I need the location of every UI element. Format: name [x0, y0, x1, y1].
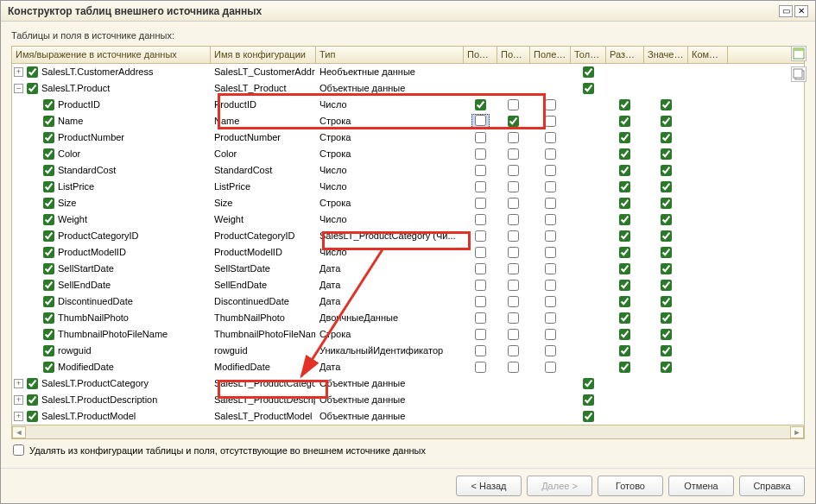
row-checkbox[interactable] [43, 280, 54, 291]
readonly-checkbox[interactable] [583, 378, 594, 389]
allow-checkbox[interactable] [619, 263, 630, 274]
collapse-icon[interactable]: – [14, 84, 23, 93]
table-row[interactable]: +SalesLT.CustomerAddressSalesLT_Customer… [12, 64, 804, 80]
presv-checkbox[interactable] [545, 165, 556, 176]
readonly-checkbox[interactable] [583, 411, 594, 422]
presv-checkbox[interactable] [545, 148, 556, 160]
presv-checkbox[interactable] [545, 312, 556, 324]
table-row[interactable]: –SalesLT.ProductSalesLT_ProductОбъектные… [12, 80, 804, 97]
expand-icon[interactable]: + [14, 412, 23, 421]
allow-checkbox[interactable] [619, 165, 630, 176]
table-row[interactable]: +SalesLT.ProductModelSalesLT_ProductMode… [12, 408, 804, 425]
th-fill[interactable]: Значени... [644, 47, 688, 63]
allow-checkbox[interactable] [619, 99, 630, 110]
pres-checkbox[interactable] [508, 230, 519, 242]
pres-checkbox[interactable] [508, 99, 519, 110]
fill-checkbox[interactable] [661, 198, 672, 209]
fill-checkbox[interactable] [661, 345, 672, 356]
key-checkbox[interactable] [475, 115, 486, 126]
copy-table-icon[interactable] [791, 66, 807, 82]
pres-checkbox[interactable] [508, 116, 519, 127]
allow-checkbox[interactable] [619, 345, 630, 356]
back-button[interactable]: < Назад [456, 476, 522, 496]
pres-checkbox[interactable] [508, 165, 519, 176]
key-checkbox[interactable] [475, 181, 486, 192]
scroll-right-icon[interactable]: ► [790, 426, 804, 438]
expand-icon[interactable]: + [14, 67, 23, 77]
row-checkbox[interactable] [43, 165, 54, 176]
allow-checkbox[interactable] [619, 312, 630, 324]
th-key[interactable]: Поле ... [464, 47, 497, 63]
pres-checkbox[interactable] [508, 263, 519, 274]
table-row[interactable]: rowguidrowguidУникальныйИдентификатор [12, 343, 804, 359]
key-checkbox[interactable] [475, 280, 486, 291]
pres-checkbox[interactable] [508, 329, 519, 340]
fill-checkbox[interactable] [661, 148, 672, 160]
th-type[interactable]: Тип [316, 47, 464, 63]
fill-checkbox[interactable] [661, 230, 672, 242]
allow-checkbox[interactable] [619, 247, 630, 258]
th-allow[interactable]: Разре... [606, 47, 644, 63]
presv-checkbox[interactable] [545, 329, 556, 340]
allow-checkbox[interactable] [619, 132, 630, 143]
th-pres[interactable]: Поле... [497, 47, 530, 63]
fill-checkbox[interactable] [661, 116, 672, 127]
key-checkbox[interactable] [475, 345, 486, 356]
row-checkbox[interactable] [43, 345, 54, 356]
table-row[interactable]: SellStartDateSellStartDateДата [12, 261, 804, 277]
row-checkbox[interactable] [43, 263, 54, 274]
key-checkbox[interactable] [475, 247, 486, 258]
presv-checkbox[interactable] [545, 345, 556, 356]
presv-checkbox[interactable] [545, 99, 556, 110]
table-row[interactable]: +SalesLT.ProductDescriptionSalesLT_Produ… [12, 392, 804, 408]
row-checkbox[interactable] [43, 230, 54, 242]
add-table-icon[interactable] [791, 46, 807, 61]
pres-checkbox[interactable] [508, 181, 519, 192]
row-checkbox[interactable] [43, 329, 54, 340]
allow-checkbox[interactable] [619, 230, 630, 242]
table-row[interactable]: ProductModelIDProductModelIDЧисло [12, 244, 804, 261]
key-checkbox[interactable] [475, 198, 486, 209]
fill-checkbox[interactable] [661, 296, 672, 307]
th-name[interactable]: Имя/выражение в источнике данных [12, 47, 211, 63]
help-button[interactable]: Справка [739, 476, 805, 496]
pres-checkbox[interactable] [508, 214, 519, 225]
fill-checkbox[interactable] [661, 329, 672, 340]
pres-checkbox[interactable] [508, 132, 519, 143]
th-comm[interactable]: Комме... [688, 47, 728, 63]
table-row[interactable]: ThumbnailPhotoFileNameThumbnailPhotoFile… [12, 326, 804, 343]
close-button[interactable]: ✕ [794, 5, 808, 17]
pres-checkbox[interactable] [508, 280, 519, 291]
key-checkbox[interactable] [475, 214, 486, 225]
table-row[interactable]: StandardCostStandardCostЧисло [12, 162, 804, 179]
readonly-checkbox[interactable] [583, 66, 594, 78]
table-row[interactable]: NameNameСтрока [12, 113, 804, 129]
pres-checkbox[interactable] [508, 247, 519, 258]
key-checkbox[interactable] [475, 230, 486, 242]
key-checkbox[interactable] [475, 99, 486, 110]
row-checkbox[interactable] [43, 198, 54, 209]
presv-checkbox[interactable] [545, 247, 556, 258]
table-row[interactable]: ProductNumberProductNumberСтрока [12, 129, 804, 146]
allow-checkbox[interactable] [619, 116, 630, 127]
allow-checkbox[interactable] [619, 362, 630, 373]
presv-checkbox[interactable] [545, 362, 556, 373]
allow-checkbox[interactable] [619, 181, 630, 192]
table-row[interactable]: ListPriceListPriceЧисло [12, 179, 804, 195]
table-row[interactable]: ProductCategoryIDProductCategoryIDSalesL… [12, 228, 804, 244]
pres-checkbox[interactable] [508, 345, 519, 356]
row-checkbox[interactable] [43, 312, 54, 324]
row-checkbox[interactable] [43, 116, 54, 127]
row-checkbox[interactable] [27, 378, 38, 389]
key-checkbox[interactable] [475, 329, 486, 340]
row-checkbox[interactable] [43, 296, 54, 307]
key-checkbox[interactable] [475, 132, 486, 143]
key-checkbox[interactable] [475, 312, 486, 324]
readonly-checkbox[interactable] [583, 394, 594, 406]
readonly-checkbox[interactable] [583, 83, 594, 94]
scroll-left-icon[interactable]: ◄ [12, 426, 26, 438]
fill-checkbox[interactable] [661, 165, 672, 176]
row-checkbox[interactable] [43, 99, 54, 110]
allow-checkbox[interactable] [619, 214, 630, 225]
key-checkbox[interactable] [475, 263, 486, 274]
